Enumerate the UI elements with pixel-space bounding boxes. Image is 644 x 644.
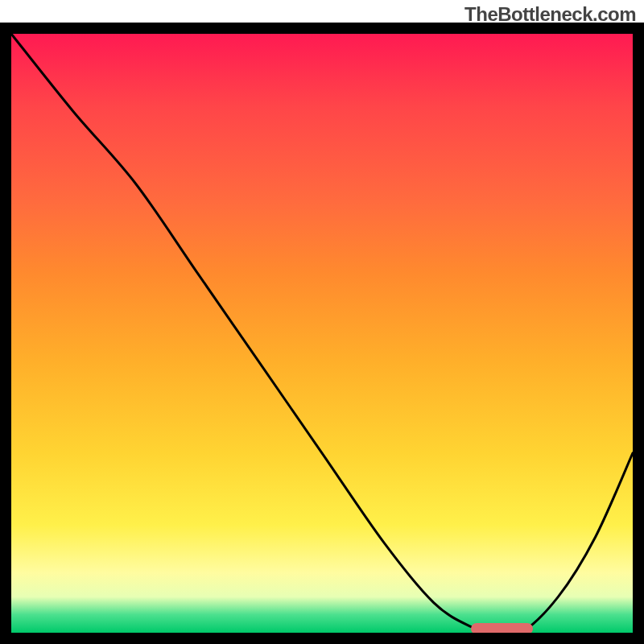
watermark-text: TheBottleneck.com	[464, 3, 636, 26]
bottleneck-curve-line	[11, 34, 633, 633]
chart-frame: TheBottleneck.com	[0, 0, 644, 644]
optimal-range-marker	[471, 623, 533, 633]
plot-area	[11, 34, 633, 633]
curve-svg	[11, 34, 633, 633]
